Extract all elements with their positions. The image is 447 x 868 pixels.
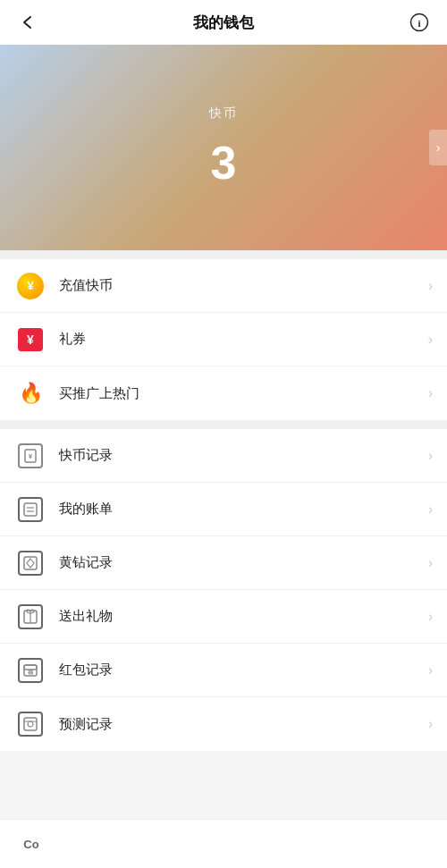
svg-text:福: 福 [27, 669, 33, 675]
send-gift-icon [14, 601, 46, 633]
menu-label-send-gift: 送出礼物 [59, 608, 428, 625]
svg-rect-14 [24, 718, 37, 730]
menu-item-coin-record[interactable]: ¥ 快币记录 › [0, 429, 447, 483]
chevron-icon-promote: › [428, 385, 433, 401]
svg-rect-4 [24, 503, 37, 516]
coin-record-icon: ¥ [14, 440, 46, 472]
header: 我的钱包 i [0, 0, 447, 45]
menu-item-redpacket[interactable]: 福 红包记录 › [0, 644, 447, 697]
chevron-icon-redpacket: › [428, 662, 433, 678]
svg-text:¥: ¥ [29, 451, 33, 459]
browse-icon [14, 708, 46, 740]
banner-arrow[interactable]: › [429, 130, 447, 165]
section2-list: ¥ 快币记录 › 我的账单 › [0, 429, 447, 751]
section-divider-2 [0, 420, 447, 429]
chevron-icon-browse-record: › [428, 716, 433, 732]
section-divider-1 [0, 250, 447, 259]
chevron-icon-my-bill: › [428, 501, 433, 518]
wallet-banner: 快币 3 › [0, 45, 447, 250]
bottom-bar: Co [0, 819, 447, 868]
menu-label-coupon: 礼券 [59, 331, 428, 348]
coin-icon: ¥ [14, 270, 46, 302]
menu-label-redpacket: 红包记录 [59, 662, 428, 678]
bill-icon [14, 493, 46, 526]
menu-item-promote[interactable]: 🔥 买推广上热门 › [0, 367, 447, 420]
menu-item-diamond-record[interactable]: 黄钻记录 › [0, 536, 447, 590]
currency-label: 快币 [209, 105, 238, 122]
bottom-tab-co[interactable]: Co [0, 820, 63, 869]
chevron-icon-coin-record: › [428, 448, 433, 464]
menu-item-coupon[interactable]: ¥ 礼券 › [0, 313, 447, 367]
menu-label-promote: 买推广上热门 [59, 385, 428, 402]
menu-item-my-bill[interactable]: 我的账单 › [0, 483, 447, 536]
diamond-icon [14, 547, 46, 579]
menu-item-recharge[interactable]: ¥ 充值快币 › [0, 259, 447, 313]
coupon-icon: ¥ [14, 324, 46, 356]
svg-point-15 [28, 721, 33, 727]
bottom-tab-label: Co [23, 838, 38, 851]
chevron-icon-recharge: › [428, 278, 433, 294]
menu-label-coin-record: 快币记录 [59, 447, 428, 464]
menu-label-diamond-record: 黄钻记录 [59, 554, 428, 571]
fire-icon: 🔥 [14, 377, 46, 409]
back-button[interactable] [14, 9, 41, 36]
menu-item-browse-record[interactable]: 预测记录 › [0, 697, 447, 751]
chevron-icon-coupon: › [428, 332, 433, 348]
chevron-icon-send-gift: › [428, 609, 433, 625]
currency-value: 3 [211, 136, 237, 190]
menu-label-my-bill: 我的账单 [59, 501, 428, 518]
info-button[interactable]: i [406, 9, 433, 36]
redpacket-icon: 福 [14, 654, 46, 687]
page-title: 我的钱包 [193, 13, 254, 33]
section1-list: ¥ 充值快币 › ¥ 礼券 › 🔥 买推广上热门 › [0, 259, 447, 420]
menu-label-browse-record: 预测记录 [59, 716, 428, 733]
svg-marker-8 [27, 559, 34, 568]
menu-item-send-gift[interactable]: 送出礼物 › [0, 590, 447, 644]
menu-label-recharge: 充值快币 [59, 277, 428, 294]
chevron-icon-diamond-record: › [428, 555, 433, 571]
svg-text:i: i [417, 18, 420, 29]
